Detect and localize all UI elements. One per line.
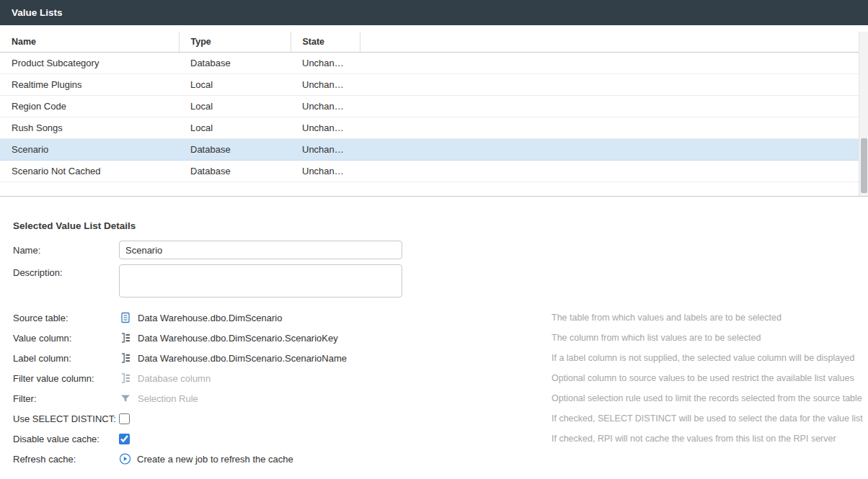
label-column-hint: If a label column is not supplied, the s…	[552, 353, 868, 363]
refresh-cache-action-text: Create a new job to refresh the cache	[137, 454, 293, 465]
cell-type: Database	[179, 161, 291, 182]
label-column-value: Data Warehouse.dbo.DimScenario.ScenarioN…	[138, 353, 347, 364]
filter-placeholder: Selection Rule	[138, 393, 198, 404]
cell-type: Local	[179, 117, 291, 139]
cell-state: Unchanged	[291, 139, 360, 161]
source-table-label: Source table:	[13, 313, 119, 323]
cell-name: Region Code	[0, 96, 179, 117]
cell-state: Unchanged	[291, 74, 360, 96]
cell-type: Database	[179, 139, 291, 161]
value-column-hint: The column from which list values are to…	[552, 333, 868, 343]
cell-name: Realtime Plugins	[0, 74, 179, 96]
select-distinct-label: Use SELECT DISTINCT:	[13, 413, 119, 424]
cell-state: Unchanged	[291, 53, 360, 74]
filter-value-column-hint: Optional column to source values to be u…	[552, 373, 868, 383]
table-document-icon	[119, 312, 131, 324]
cell-name: Product Subcategory	[0, 53, 179, 74]
name-input[interactable]	[119, 241, 402, 259]
value-lists-table: Name Type State Product Subcategory Data…	[0, 32, 868, 197]
column-header-state[interactable]: State	[291, 32, 360, 53]
table-row[interactable]: Product Subcategory Database Unchanged	[0, 53, 859, 74]
label-column-picker[interactable]: Data Warehouse.dbo.DimScenario.ScenarioN…	[119, 352, 552, 364]
vertical-scrollbar[interactable]	[859, 32, 868, 196]
disable-cache-label: Disable value cache:	[13, 434, 119, 444]
cell-name: Rush Songs	[0, 117, 179, 139]
cell-type: Database	[179, 53, 291, 74]
filter-icon	[119, 393, 131, 405]
cell-name: Scenario Not Cached	[0, 161, 179, 182]
disable-cache-checkbox[interactable]	[119, 434, 130, 444]
column-icon-disabled	[119, 372, 131, 385]
cell-type: Local	[179, 96, 291, 117]
cell-name: Scenario	[0, 139, 179, 161]
cell-state: Unchanged	[291, 117, 360, 139]
disable-cache-hint: If checked, RPI will not cache the value…	[552, 434, 868, 444]
label-column-label: Label column:	[13, 353, 119, 364]
scrollbar-thumb[interactable]	[861, 138, 867, 193]
value-column-label: Value column:	[13, 333, 119, 344]
column-icon	[119, 332, 131, 344]
table-row-selected[interactable]: Scenario Database Unchanged	[0, 139, 859, 161]
description-input[interactable]	[119, 264, 402, 297]
table-header-row: Name Type State	[0, 32, 859, 53]
selected-value-list-details: Selected Value List Details Name: Descri…	[0, 220, 868, 469]
table-row[interactable]: Rush Songs Local Unchanged	[0, 117, 859, 139]
description-label: Description:	[13, 263, 119, 278]
column-icon	[119, 352, 131, 364]
source-table-hint: The table from which values and labels a…	[552, 313, 868, 323]
play-icon	[119, 453, 131, 465]
source-table-value: Data Warehouse.dbo.DimScenario	[138, 313, 282, 323]
filter-value-column-picker[interactable]: Database column	[119, 372, 552, 385]
select-distinct-hint: If checked, SELECT DISTINCT will be used…	[552, 413, 868, 424]
table-row[interactable]: Realtime Plugins Local Unchanged	[0, 74, 859, 96]
cell-state: Unchanged	[291, 96, 360, 117]
value-column-value: Data Warehouse.dbo.DimScenario.ScenarioK…	[138, 333, 338, 344]
column-header-empty	[360, 32, 859, 53]
select-distinct-checkbox[interactable]	[119, 413, 130, 424]
filter-label: Filter:	[13, 393, 119, 404]
page-title: Value Lists	[0, 0, 868, 25]
filter-hint: Optional selection rule used to limit th…	[552, 393, 868, 403]
filter-value-column-label: Filter value column:	[13, 373, 119, 384]
column-header-name[interactable]: Name	[0, 32, 179, 53]
column-header-type[interactable]: Type	[179, 32, 291, 53]
source-table-picker[interactable]: Data Warehouse.dbo.DimScenario	[119, 312, 552, 324]
cell-type: Local	[179, 74, 291, 96]
cell-state: Unchanged	[291, 161, 360, 182]
table-row[interactable]: Region Code Local Unchanged	[0, 96, 859, 117]
details-title: Selected Value List Details	[0, 220, 868, 240]
name-label: Name:	[13, 245, 119, 256]
value-column-picker[interactable]: Data Warehouse.dbo.DimScenario.ScenarioK…	[119, 332, 552, 344]
filter-picker[interactable]: Selection Rule	[119, 393, 552, 405]
filter-value-column-placeholder: Database column	[138, 373, 211, 384]
table-row[interactable]: Scenario Not Cached Database Unchanged	[0, 161, 859, 182]
refresh-cache-label: Refresh cache:	[13, 454, 119, 465]
refresh-cache-button[interactable]: Create a new job to refresh the cache	[119, 453, 293, 465]
